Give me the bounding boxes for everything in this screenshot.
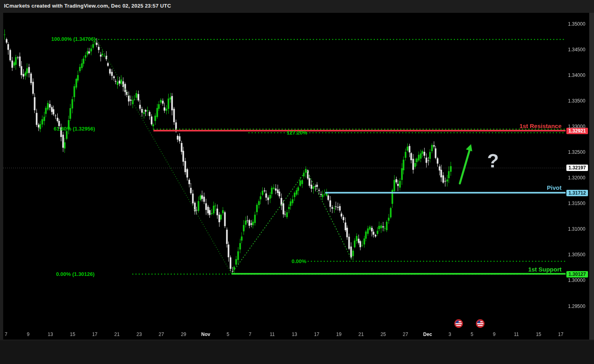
chart-watermark-title: ICmarkets created with TradingView.com, … (4, 3, 171, 9)
x-axis-tick: 23 (137, 332, 142, 337)
x-axis-tick: 13 (292, 332, 297, 337)
x-axis-tick: 5 (227, 332, 230, 337)
support-label[interactable]: 1st Support (528, 266, 562, 273)
y-axis-tick: 1.34500 (568, 47, 590, 52)
us-flag-icon[interactable] (454, 319, 463, 328)
fib-0-label[interactable]: 0.00% (1.30126) (56, 271, 95, 277)
x-axis-tick: 15 (70, 332, 75, 337)
us-flag-icon[interactable] (475, 319, 485, 328)
x-axis-tick: 9 (27, 332, 30, 337)
y-axis-tick: 1.34000 (568, 72, 590, 78)
x-axis-tick: Dec (423, 332, 432, 337)
y-axis-tick: 1.32500 (568, 149, 590, 155)
x-axis-tick: 15 (536, 332, 541, 337)
x-axis-tick: 11 (514, 332, 519, 337)
y-axis-tick: 1.31500 (568, 201, 590, 206)
x-axis-tick: 9 (493, 332, 495, 337)
pivot-label[interactable]: Pivot (547, 184, 562, 191)
watermark-bar: ICmarkets created with TradingView.com, … (0, 0, 594, 12)
x-axis-tick: 21 (358, 332, 364, 337)
price-chart-canvas[interactable] (0, 0, 594, 364)
resistance-label[interactable]: 1st Resistance (519, 123, 562, 129)
fib-ext-127-label[interactable]: 127.20% (287, 130, 307, 136)
x-axis-tick: 25 (381, 332, 386, 337)
x-axis-tick: 27 (403, 332, 408, 337)
fib-100-label[interactable]: 100.00% (1.34706) (51, 36, 96, 42)
footer-bar: TradingView (0, 340, 594, 364)
fib-618-label[interactable]: 61.80% (1.32956) (54, 126, 95, 132)
x-axis-tick: 21 (114, 332, 119, 337)
y-axis-tick: 1.32000 (568, 175, 590, 181)
x-axis-tick: 5 (471, 332, 473, 337)
x-axis-tick: 7 (249, 332, 252, 337)
y-axis-tick: 1.29500 (568, 304, 590, 309)
bullish-arrow-drawing[interactable] (453, 140, 477, 188)
chart-window: ICmarkets created with TradingView.com, … (0, 0, 594, 364)
x-axis-tick: 7 (5, 332, 8, 337)
question-mark-annotation[interactable]: ? (487, 150, 499, 172)
y-axis-tick: 1.33500 (568, 98, 590, 104)
x-axis-tick: 19 (336, 332, 341, 337)
last-price-badge: 1.32197 (566, 165, 588, 171)
support-price-badge: 1.30127 (566, 271, 588, 278)
x-axis-tick: 3 (449, 332, 451, 337)
y-axis-tick: 1.31000 (568, 226, 590, 232)
y-axis-tick: 1.30000 (568, 278, 590, 283)
x-axis-tick: 27 (159, 332, 164, 337)
x-axis-tick: 17 (314, 332, 319, 337)
y-axis-tick: 1.35000 (568, 21, 590, 27)
y-axis-tick: 1.30500 (568, 252, 590, 257)
x-axis-tick: 11 (270, 332, 275, 337)
x-axis-tick: 29 (181, 332, 186, 337)
fib-ext-0-label[interactable]: 0.00% (292, 258, 306, 264)
x-axis-tick: 13 (48, 332, 53, 337)
pivot-price-badge: 1.31712 (566, 190, 588, 196)
x-axis-tick: 17 (558, 332, 563, 337)
y-axis-tick: 1.33000 (568, 124, 590, 129)
x-axis-tick: 17 (92, 332, 97, 337)
x-axis-tick: Nov (201, 332, 210, 337)
